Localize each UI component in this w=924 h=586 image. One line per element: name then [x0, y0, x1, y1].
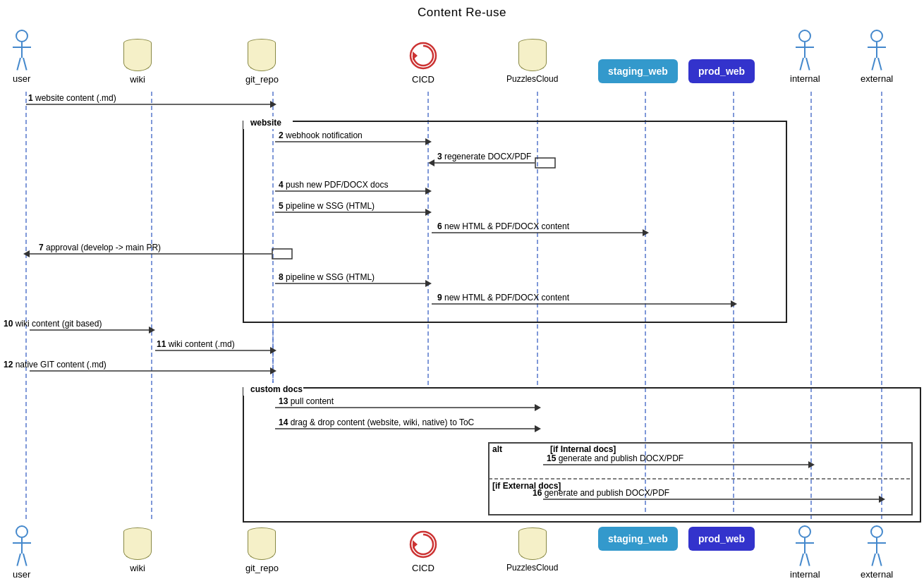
svg-text:10 wiki content (git based): 10 wiki content (git based) — [4, 319, 102, 329]
actor-wiki-top-label: wiki — [130, 74, 145, 85]
cylinder-gitrepo-top — [248, 39, 276, 71]
diagram-svg: website custom docs alt [if Internal doc… — [0, 0, 924, 586]
actor-internal-bottom-label: internal — [790, 569, 820, 580]
svg-marker-63 — [535, 425, 541, 432]
svg-text:13 pull content: 13 pull content — [279, 396, 334, 406]
actor-puzzles-top: PuzzlesCloud — [506, 39, 558, 84]
cylinder-gitrepo-bottom — [248, 527, 276, 560]
svg-text:3 regenerate DOCX/PDF: 3 regenerate DOCX/PDF — [437, 152, 531, 161]
svg-text:11 wiki content (.md): 11 wiki content (.md) — [157, 339, 235, 349]
svg-text:16 generate and publish DOCX/P: 16 generate and publish DOCX/PDF — [533, 488, 669, 498]
svg-text:7 approval (develop -> main PR: 7 approval (develop -> main PR) — [39, 243, 161, 252]
svg-text:alt: alt — [492, 444, 502, 454]
actor-wiki-bottom-label: wiki — [130, 563, 145, 573]
actor-external-top-label: external — [861, 73, 893, 84]
svg-marker-66 — [808, 461, 815, 468]
cylinder-puzzles-bottom — [518, 527, 547, 560]
svg-text:[if Internal docs]: [if Internal docs] — [550, 444, 616, 454]
svg-marker-22 — [270, 101, 276, 108]
svg-marker-48 — [731, 300, 737, 307]
actor-internal-top-label: internal — [790, 73, 820, 84]
svg-text:custom docs: custom docs — [250, 384, 303, 394]
svg-marker-51 — [149, 326, 155, 334]
actor-gitrepo-top-label: git_repo — [245, 74, 279, 85]
svg-marker-38 — [643, 229, 649, 236]
svg-text:14 drag & drop content (websit: 14 drag & drop content (website, wiki, n… — [279, 417, 475, 427]
svg-rect-16 — [489, 443, 912, 515]
actor-external-bottom-label: external — [861, 569, 893, 580]
actor-gitrepo-bottom-label: git_repo — [245, 563, 279, 573]
actor-puzzles-bottom-label: PuzzlesCloud — [506, 563, 558, 573]
prod-web-label-bottom: prod_web — [698, 533, 745, 544]
prod-web-button-bottom[interactable]: prod_web — [688, 527, 755, 551]
prod-web-button-top[interactable]: prod_web — [688, 59, 755, 83]
actor-external-bottom: external — [861, 525, 893, 580]
actor-cicd-bottom: CICD — [406, 527, 440, 573]
actor-user-top-label: user — [13, 73, 30, 84]
svg-marker-41 — [23, 250, 30, 257]
actor-user-top: user — [13, 30, 30, 84]
staging-web-label-top: staging_web — [608, 66, 668, 77]
actor-internal-bottom: internal — [790, 525, 820, 580]
svg-rect-13 — [243, 388, 920, 522]
actor-figure-user-bottom — [16, 525, 28, 566]
actor-puzzles-bottom: PuzzlesCloud — [506, 527, 558, 573]
actor-wiki-top: wiki — [123, 39, 152, 85]
svg-rect-11 — [243, 116, 293, 129]
actor-cicd-top: CICD — [406, 39, 440, 85]
actor-cicd-top-label: CICD — [412, 74, 434, 85]
svg-marker-32 — [425, 188, 432, 195]
svg-marker-45 — [425, 280, 432, 287]
svg-text:1 website content (.md): 1 website content (.md) — [28, 93, 116, 103]
svg-marker-28 — [428, 159, 434, 166]
svg-marker-72 — [413, 51, 418, 60]
actor-figure-external-bottom — [870, 525, 883, 566]
actor-user-bottom: user — [13, 525, 30, 580]
cylinder-wiki-top — [123, 39, 152, 71]
diagram-title: Content Re-use — [0, 0, 924, 20]
svg-text:2 webhook notification: 2 webhook notification — [279, 130, 363, 140]
actor-cicd-bottom-label: CICD — [412, 563, 434, 573]
actor-user-bottom-label: user — [13, 569, 30, 580]
svg-text:12 native GIT content (.md): 12 native GIT content (.md) — [4, 360, 107, 370]
actor-gitrepo-top: git_repo — [245, 39, 279, 85]
staging-web-label-bottom: staging_web — [608, 533, 668, 544]
svg-marker-60 — [535, 404, 541, 411]
svg-marker-74 — [413, 540, 418, 549]
svg-text:15 generate and publish DOCX/P: 15 generate and publish DOCX/PDF — [547, 453, 683, 463]
prod-web-label-top: prod_web — [698, 66, 745, 77]
actor-figure-internal-bottom — [798, 525, 811, 566]
svg-marker-54 — [270, 347, 276, 354]
svg-text:6 new HTML & PDF/DOCX content: 6 new HTML & PDF/DOCX content — [437, 221, 570, 231]
svg-rect-10 — [243, 121, 786, 322]
svg-rect-42 — [272, 249, 292, 259]
actor-internal-top: internal — [790, 30, 820, 84]
actor-puzzles-top-label: PuzzlesCloud — [506, 74, 558, 84]
cicd-icon-top — [406, 39, 440, 73]
svg-text:9 new HTML & PDF/DOCX content: 9 new HTML & PDF/DOCX content — [437, 293, 570, 303]
actor-gitrepo-bottom: git_repo — [245, 527, 279, 573]
cicd-icon-bottom — [406, 527, 440, 561]
actor-figure-external-top — [870, 30, 883, 71]
actor-external-top: external — [861, 30, 893, 84]
actor-figure-user-top — [16, 30, 28, 71]
svg-rect-29 — [535, 158, 555, 168]
svg-text:4 push new PDF/DOCX docs: 4 push new PDF/DOCX docs — [279, 180, 388, 190]
svg-rect-14 — [243, 383, 303, 396]
staging-web-button-top[interactable]: staging_web — [598, 59, 678, 83]
actor-wiki-bottom: wiki — [123, 527, 152, 573]
svg-text:[if External docs]: [if External docs] — [492, 481, 561, 491]
cylinder-puzzles-top — [518, 39, 547, 71]
staging-web-button-bottom[interactable]: staging_web — [598, 527, 678, 551]
svg-marker-69 — [879, 496, 885, 503]
svg-text:8 pipeline w SSG (HTML): 8 pipeline w SSG (HTML) — [279, 272, 375, 282]
cylinder-wiki-bottom — [123, 527, 152, 560]
svg-marker-35 — [425, 209, 432, 216]
svg-marker-57 — [270, 367, 276, 374]
svg-marker-25 — [425, 138, 432, 145]
actor-figure-internal-top — [798, 30, 811, 71]
svg-text:website: website — [250, 118, 281, 128]
diagram: Content Re-use website custom docs — [0, 0, 924, 586]
svg-text:5 pipeline w SSG (HTML): 5 pipeline w SSG (HTML) — [279, 201, 375, 211]
